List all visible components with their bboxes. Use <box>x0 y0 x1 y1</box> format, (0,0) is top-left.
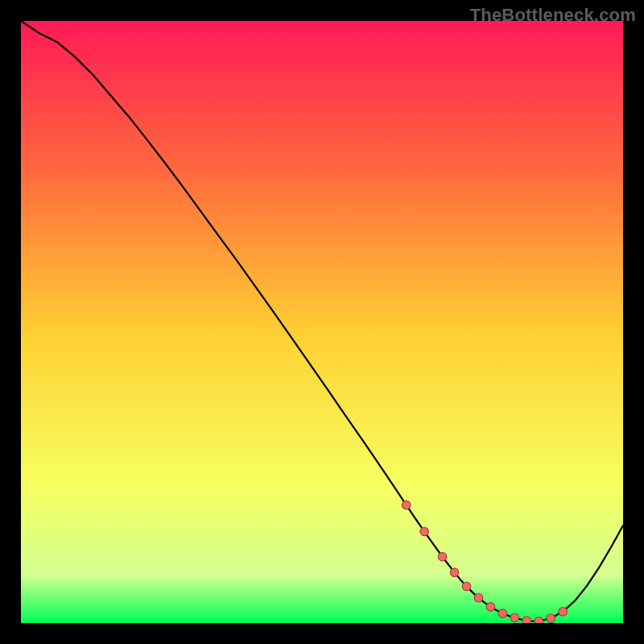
dot <box>535 617 543 623</box>
dot <box>420 527 429 536</box>
dot <box>559 607 568 616</box>
watermark: TheBottleneck.com <box>470 5 636 26</box>
dot <box>486 603 495 612</box>
chart <box>21 21 623 623</box>
dot <box>450 568 459 577</box>
gradient-background <box>21 21 623 623</box>
dot <box>510 613 519 622</box>
dot <box>498 609 507 618</box>
dot <box>547 614 555 623</box>
dot <box>402 501 411 510</box>
dot <box>438 552 447 561</box>
dot <box>474 593 483 602</box>
dot <box>462 582 471 591</box>
dot <box>522 617 531 623</box>
